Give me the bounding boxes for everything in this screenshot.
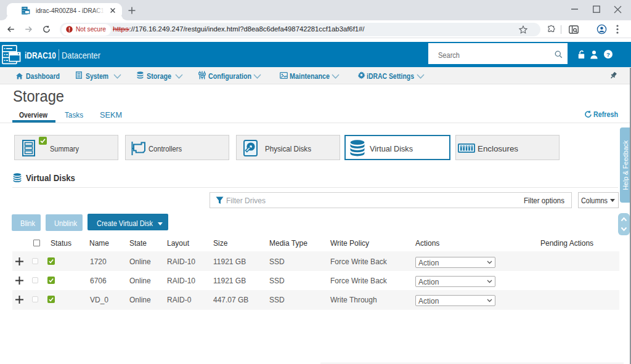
svg-text:Columns: Columns bbox=[581, 196, 608, 205]
svg-text:Storage: Storage bbox=[147, 72, 171, 81]
svg-text:Tasks: Tasks bbox=[65, 110, 83, 119]
svg-text:Not secure: Not secure bbox=[76, 25, 106, 33]
svg-text:Virtual Disks: Virtual Disks bbox=[26, 173, 75, 183]
svg-text:Virtual Disks: Virtual Disks bbox=[370, 144, 413, 153]
svg-text:Dashboard: Dashboard bbox=[26, 72, 60, 81]
svg-text:Search: Search bbox=[438, 51, 460, 60]
svg-text:Blink: Blink bbox=[20, 219, 36, 228]
svg-text:Filter options: Filter options bbox=[524, 196, 564, 205]
svg-text:Summary: Summary bbox=[50, 144, 79, 153]
svg-text:Datacenter: Datacenter bbox=[62, 50, 100, 60]
svg-text:Configuration: Configuration bbox=[208, 72, 251, 81]
svg-text:://176.16.249.247/restgui/inde: ://176.16.249.247/restgui/index.html?d8e… bbox=[129, 25, 365, 33]
svg-text:iDRAC10: iDRAC10 bbox=[25, 50, 56, 60]
svg-text:Storage: Storage bbox=[13, 87, 64, 105]
svg-text:Maintenance: Maintenance bbox=[290, 72, 330, 81]
svg-text:Controllers: Controllers bbox=[149, 144, 182, 153]
svg-text:Enclosures: Enclosures bbox=[478, 144, 519, 153]
svg-text:?: ? bbox=[606, 51, 610, 58]
svg-text:Unblink: Unblink bbox=[54, 219, 78, 228]
svg-text:Filter Drives: Filter Drives bbox=[226, 196, 266, 205]
svg-text:Create Virtual Disk: Create Virtual Disk bbox=[97, 219, 153, 228]
svg-text:Overview: Overview bbox=[19, 110, 48, 119]
svg-text:System: System bbox=[86, 72, 108, 81]
svg-text:Physical Disks: Physical Disks bbox=[265, 144, 311, 153]
svg-text:iDRAC Settings: iDRAC Settings bbox=[367, 72, 414, 81]
svg-text:Refresh: Refresh bbox=[593, 110, 618, 119]
svg-text:SEKM: SEKM bbox=[100, 110, 122, 119]
